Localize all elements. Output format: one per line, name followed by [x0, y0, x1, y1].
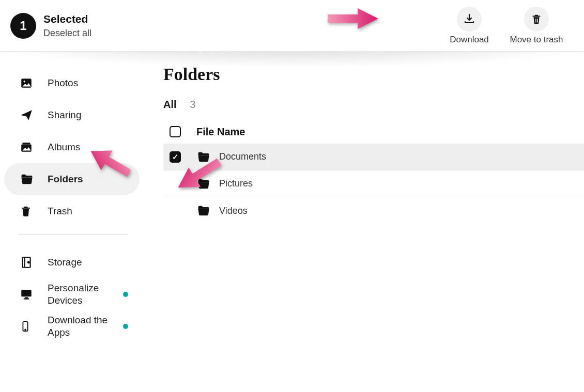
table-row[interactable]: Pictures [163, 170, 584, 197]
select-all-checkbox[interactable] [170, 126, 181, 137]
trash-icon [20, 205, 36, 217]
albums-icon [20, 140, 36, 154]
sidebar-item-label: Personalize Devices [48, 282, 110, 307]
sidebar-separator [19, 234, 128, 235]
sidebar-item-folders[interactable]: Folders [4, 163, 140, 195]
page-title: Folders [163, 65, 584, 84]
sidebar-item-personalize-devices[interactable]: Personalize Devices [4, 278, 140, 310]
file-name: Documents [219, 151, 266, 162]
column-header-filename[interactable]: File Name [196, 126, 245, 138]
svg-point-6 [28, 262, 29, 263]
svg-rect-7 [21, 290, 32, 296]
selection-count-badge: 1 [10, 13, 36, 39]
sidebar-item-storage[interactable]: Storage [4, 246, 140, 278]
selection-title: Selected [43, 12, 91, 26]
selection-action-bar: 1 Selected Deselect all Download Move to… [0, 0, 584, 52]
row-checkbox[interactable] [170, 151, 181, 163]
sidebar-item-label: Download the Apps [48, 314, 115, 339]
sidebar-item-label: Sharing [48, 109, 82, 121]
move-to-trash-action[interactable]: Move to trash [500, 7, 573, 45]
filter-count: 3 [190, 99, 195, 110]
sidebar-item-label: Photos [48, 77, 78, 89]
photos-icon [20, 76, 36, 90]
indicator-dot [123, 324, 128, 329]
svg-rect-9 [24, 299, 29, 300]
folder-icon [196, 203, 211, 218]
svg-rect-3 [22, 143, 30, 144]
selection-text-block: Selected Deselect all [43, 12, 91, 39]
storage-icon [20, 256, 36, 269]
sharing-icon [20, 108, 36, 122]
folder-icon [196, 177, 211, 191]
folders-icon [20, 172, 36, 186]
svg-point-11 [25, 330, 26, 331]
table-row[interactable]: Videos [163, 197, 584, 224]
svg-rect-2 [21, 145, 32, 152]
sidebar-item-label: Storage [48, 257, 82, 268]
download-action[interactable]: Download [438, 7, 500, 45]
sidebar-item-sharing[interactable]: Sharing [4, 99, 140, 131]
main-content: Folders All 3 File Name Documents [145, 52, 584, 342]
list-header: File Name [163, 120, 584, 144]
download-label: Download [450, 35, 489, 45]
table-row[interactable]: Documents [163, 144, 584, 170]
sidebar-item-albums[interactable]: Albums [4, 131, 140, 163]
sidebar: Photos Sharing Albums [0, 52, 145, 342]
download-icon [457, 7, 482, 32]
filter-all[interactable]: All [163, 99, 177, 110]
trash-icon [524, 7, 549, 32]
sidebar-item-label: Folders [48, 174, 83, 185]
phone-icon [20, 320, 36, 333]
file-name: Videos [219, 206, 248, 216]
sidebar-item-label: Albums [48, 142, 80, 153]
file-name: Pictures [219, 178, 253, 189]
deselect-all-link[interactable]: Deselect all [43, 27, 91, 39]
svg-rect-8 [25, 297, 28, 298]
folder-icon [196, 150, 211, 164]
indicator-dot [123, 292, 128, 297]
sidebar-item-download-apps[interactable]: Download the Apps [4, 310, 140, 342]
sidebar-item-trash[interactable]: Trash [4, 195, 140, 227]
move-to-trash-label: Move to trash [510, 35, 563, 45]
sidebar-item-photos[interactable]: Photos [4, 67, 140, 99]
svg-point-1 [23, 81, 25, 82]
monitor-icon [20, 288, 36, 301]
sidebar-item-label: Trash [48, 206, 72, 217]
filter-row: All 3 [163, 99, 584, 111]
